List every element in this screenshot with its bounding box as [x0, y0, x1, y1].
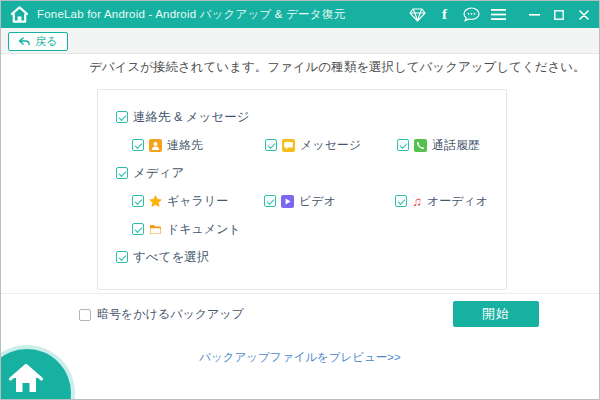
backup-type-audio[interactable]: ♫ オーディオ [395, 193, 488, 210]
contacts-icon [149, 139, 162, 152]
call-history-icon [414, 139, 427, 152]
back-button[interactable]: 戻る [8, 32, 68, 51]
checkbox[interactable] [79, 309, 91, 321]
backup-type-label: ギャラリー [167, 193, 228, 210]
select-all-label: すべてを選択 [133, 249, 209, 266]
select-all-row[interactable]: すべてを選択 [116, 249, 488, 265]
checkbox[interactable] [395, 195, 407, 207]
checkbox[interactable] [116, 111, 128, 123]
documents-icon [149, 223, 162, 236]
status-message: デバイスが接続されています。ファイルの種類を選択してバックアップしてください。 [89, 59, 586, 76]
backup-type-contacts[interactable]: 連絡先 [132, 137, 265, 154]
encrypt-backup-option[interactable]: 暗号をかけるバックアップ [79, 306, 244, 323]
backup-type-documents[interactable]: ドキュメント [132, 221, 265, 238]
home-icon [9, 363, 43, 395]
checkbox[interactable] [132, 139, 144, 151]
checkbox[interactable] [397, 139, 409, 151]
maximize-button[interactable] [552, 7, 566, 23]
feedback-icon[interactable] [463, 6, 480, 23]
titlebar: FoneLab for Android - Android バックアップ & デ… [1, 1, 599, 28]
audio-icon: ♫ [412, 195, 422, 208]
backup-type-gallery[interactable]: ギャラリー [132, 193, 264, 210]
gem-icon[interactable] [409, 6, 426, 23]
app-window: FoneLab for Android - Android バックアップ & デ… [0, 0, 600, 400]
encrypt-label: 暗号をかけるバックアップ [97, 306, 244, 323]
checkbox[interactable] [265, 139, 277, 151]
checkbox[interactable] [264, 195, 276, 207]
backup-type-label: メッセージ [300, 137, 361, 154]
checkbox[interactable] [132, 195, 144, 207]
messages-icon [282, 139, 295, 152]
backup-type-call-history[interactable]: 通話履歴 [397, 137, 480, 154]
section-divider [1, 293, 599, 294]
checkbox[interactable] [116, 251, 128, 263]
backup-type-messages[interactable]: メッセージ [265, 137, 397, 154]
backup-type-label: ビデオ [299, 193, 336, 210]
preview-backup-link[interactable]: バックアップファイルをプレビュー>> [1, 350, 599, 365]
minimize-button[interactable] [527, 7, 541, 23]
back-label: 戻る [35, 34, 57, 49]
backup-type-label: オーディオ [427, 193, 488, 210]
close-button[interactable] [577, 7, 591, 23]
facebook-icon[interactable]: f [436, 6, 453, 23]
video-icon [281, 195, 294, 208]
menu-icon[interactable] [490, 6, 507, 23]
toolbar-strip: 戻る [1, 28, 599, 54]
group-contacts-messages[interactable]: 連絡先 & メッセージ [116, 109, 488, 125]
start-button[interactable]: 開始 [453, 301, 539, 327]
backup-type-label: 通話履歴 [432, 137, 480, 154]
gallery-icon [149, 195, 162, 208]
window-title: FoneLab for Android - Android バックアップ & デ… [37, 7, 345, 22]
checkbox[interactable] [116, 167, 128, 179]
group-label: 連絡先 & メッセージ [133, 109, 249, 126]
group-media[interactable]: メディア [116, 165, 488, 181]
backup-type-video[interactable]: ビデオ [264, 193, 395, 210]
home-icon [9, 4, 30, 25]
checkbox[interactable] [132, 223, 144, 235]
group-label: メディア [133, 165, 184, 182]
backup-type-label: ドキュメント [167, 221, 241, 238]
backup-type-label: 連絡先 [167, 137, 203, 154]
backup-types-panel: 連絡先 & メッセージ 連絡先 メッセージ [97, 89, 507, 290]
back-arrow-icon [18, 37, 30, 47]
